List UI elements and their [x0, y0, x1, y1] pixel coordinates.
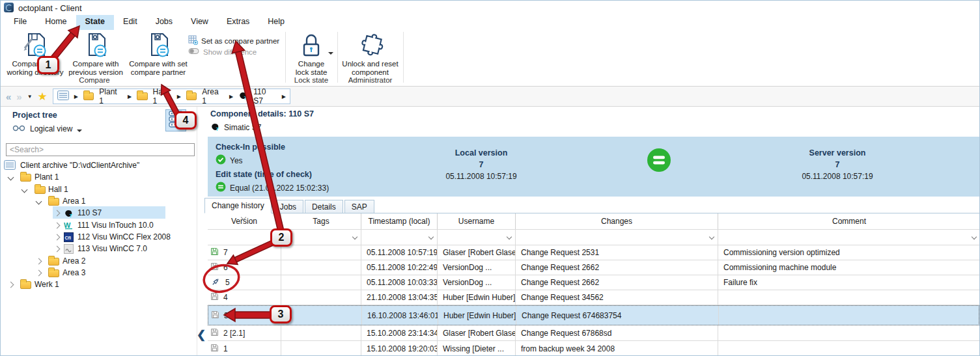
column-header-changes[interactable]: Changes — [516, 213, 718, 229]
lock-icon — [285, 32, 337, 59]
tree-item-area-2[interactable]: Area 2 — [1, 255, 197, 267]
menu-jobs[interactable]: Jobs — [147, 15, 182, 30]
floppy-gray-icon — [210, 344, 219, 354]
compare-working-directory-icon — [1, 32, 70, 59]
breadcrumb-arrow-icon[interactable]: ▶ — [128, 94, 132, 100]
column-header-tags[interactable]: Tags — [281, 213, 361, 229]
expander-closed-icon[interactable] — [8, 282, 14, 288]
edit-state-value: Equal (21.04.2022 15:02:33) — [216, 182, 329, 194]
group-label-administrator: Administrator — [337, 76, 403, 84]
column-header-timestamp[interactable]: Timestamp (local) — [361, 213, 438, 229]
expander-open-icon[interactable] — [8, 174, 14, 181]
view-selector[interactable]: Logical view — [12, 124, 82, 133]
menu-state[interactable]: State — [76, 15, 115, 30]
filter-changes[interactable] — [516, 230, 718, 245]
tree-item-client-archive[interactable]: Client archive "D:\vdClientArchive" — [1, 159, 197, 171]
column-header-username[interactable]: Username — [438, 213, 516, 229]
lock-dropdown-caret[interactable] — [328, 52, 333, 55]
menu-file[interactable]: File — [5, 15, 36, 30]
check-circle-icon — [216, 154, 226, 167]
tab-jobs[interactable]: Jobs — [273, 200, 303, 213]
filter-username[interactable] — [438, 230, 516, 245]
component-details-title: Component details: 110 S7 — [210, 109, 314, 118]
local-version-block: Local version 7 05.11.2008 10:57:19 — [410, 148, 553, 181]
expander-closed-icon[interactable] — [54, 234, 61, 241]
nav-back-icon[interactable]: « — [6, 92, 11, 102]
menu-help[interactable]: Help — [259, 15, 294, 30]
floppy-gray-icon — [211, 310, 219, 321]
tab-details[interactable]: Details — [305, 200, 343, 213]
group-label-compare: Compare — [1, 76, 188, 84]
breadcrumb-item-plant[interactable]: Plant 1 — [99, 87, 122, 105]
tree-item-area-3[interactable]: Area 3 — [1, 267, 197, 279]
breadcrumb-item-component[interactable]: 110 S7 — [253, 87, 276, 105]
filter-dropdown-icon[interactable] — [352, 234, 357, 240]
column-header-comment[interactable]: Comment — [718, 213, 980, 229]
server-version-timestamp: 05.11.2008 10:57:19 — [766, 172, 909, 181]
filter-timestamp[interactable] — [361, 230, 438, 245]
tree-item-plant-1[interactable]: Plant 1 — [1, 171, 197, 183]
breadcrumb-item-area[interactable]: Area 1 — [202, 87, 224, 105]
folder-icon — [48, 258, 59, 266]
menu-view[interactable]: View — [182, 15, 217, 30]
breadcrumb-arrow-icon[interactable]: ▶ — [229, 94, 233, 100]
checkin-possible-label: Check-In possible — [216, 143, 285, 152]
filter-tags[interactable] — [281, 230, 361, 245]
menu-edit[interactable]: Edit — [114, 15, 147, 30]
archive-list-icon[interactable] — [57, 90, 69, 102]
filter-dropdown-icon[interactable] — [507, 234, 512, 240]
tab-sap[interactable]: SAP — [344, 200, 374, 213]
search-input[interactable] — [6, 143, 195, 156]
collapse-panel-icon[interactable]: ❮ — [197, 328, 206, 342]
tree-item-113-wincc[interactable]: 113 Visu WinCC 7.0 — [1, 243, 197, 254]
breadcrumb-arrow-icon[interactable]: ▶ — [74, 94, 78, 100]
expander-open-icon[interactable] — [21, 187, 28, 193]
menu-home[interactable]: Home — [36, 15, 76, 30]
version-row-4[interactable]: 4 21.10.2008 13:04:35 Huber [Edwin Huber… — [208, 290, 979, 305]
window-title: octoplant - Client — [18, 3, 82, 13]
annotation-badge-4: 4 — [175, 111, 197, 130]
filter-comment[interactable] — [718, 230, 980, 245]
expander-closed-icon[interactable] — [54, 246, 61, 253]
breadcrumb-arrow-icon[interactable]: ▶ — [282, 94, 286, 100]
filter-dropdown-icon[interactable] — [709, 234, 714, 240]
expander-closed-icon[interactable] — [54, 223, 61, 229]
grid-filter-row — [208, 230, 979, 245]
view-dropdown-caret[interactable] — [77, 130, 82, 132]
set-as-compare-partner-button[interactable]: Set as compare partner — [188, 35, 279, 46]
favorites-star-icon[interactable]: ★ — [38, 91, 48, 102]
tab-change-history[interactable]: Change history — [204, 198, 272, 213]
version-row-6[interactable]: 6 05.11.2008 10:22:49 VersionDog ... Cha… — [208, 260, 979, 275]
folder-icon — [20, 174, 31, 182]
filter-dropdown-icon[interactable] — [428, 234, 434, 240]
version-row-7[interactable]: 7 05.11.2008 10:57:19 Glaser [Robert Gla… — [208, 245, 979, 260]
tree-item-area-1[interactable]: Area 1 — [1, 195, 197, 207]
expander-closed-icon[interactable] — [36, 270, 42, 277]
breadcrumb-arrow-icon[interactable]: ▶ — [177, 94, 181, 100]
svg-text:7: 7 — [244, 95, 247, 101]
project-tree-panel: Project tree Logical view Client archive… — [1, 107, 197, 355]
column-header-version[interactable]: Version — [208, 213, 281, 229]
tree-item-werk-1[interactable]: Werk 1 — [1, 279, 197, 290]
folder-icon — [20, 281, 31, 289]
annotation-badge-3: 3 — [270, 305, 292, 323]
tree-item-111-intouch[interactable]: W 111 Visu InTouch 10.0 — [1, 219, 197, 231]
version-row-5[interactable]: 5 05.11.2008 10:03:33 VersionDog ... Cha… — [208, 275, 979, 290]
filter-dropdown-icon[interactable] — [972, 234, 977, 240]
expander-closed-icon[interactable] — [54, 210, 61, 217]
breadcrumb-item-hall[interactable]: Hall 1 — [153, 87, 172, 105]
expander-open-icon[interactable] — [36, 199, 42, 205]
expander-closed-icon[interactable] — [36, 258, 42, 265]
tree-item-110-s7[interactable]: 7 110 S7 — [1, 207, 197, 219]
nav-history-caret-icon[interactable]: ▼ — [27, 94, 33, 100]
project-tree-title: Project tree — [12, 111, 57, 120]
version-row-2[interactable]: 2 [2.1] 15.10.2008 23:14:34 Glaser [Robe… — [208, 325, 979, 341]
version-row-1[interactable]: 1 15.10.2008 19:20:03 Wissing [Dieter ..… — [208, 341, 979, 356]
group-label-lock-state: Lock state — [285, 76, 337, 84]
nav-forward-icon[interactable]: » — [16, 92, 21, 102]
version-row-3-selected[interactable]: 3 16.10.2008 13:46:01 Huber [Edwin Huber… — [208, 305, 979, 325]
menu-extras[interactable]: Extras — [217, 15, 259, 30]
show-difference-toggle[interactable]: Show difference — [188, 48, 257, 56]
tree-item-112-wincc-flex[interactable]: Cfl 112 Visu WinCC Flex 2008 — [1, 231, 197, 243]
tree-item-hall-1[interactable]: Hall 1 — [1, 184, 197, 195]
